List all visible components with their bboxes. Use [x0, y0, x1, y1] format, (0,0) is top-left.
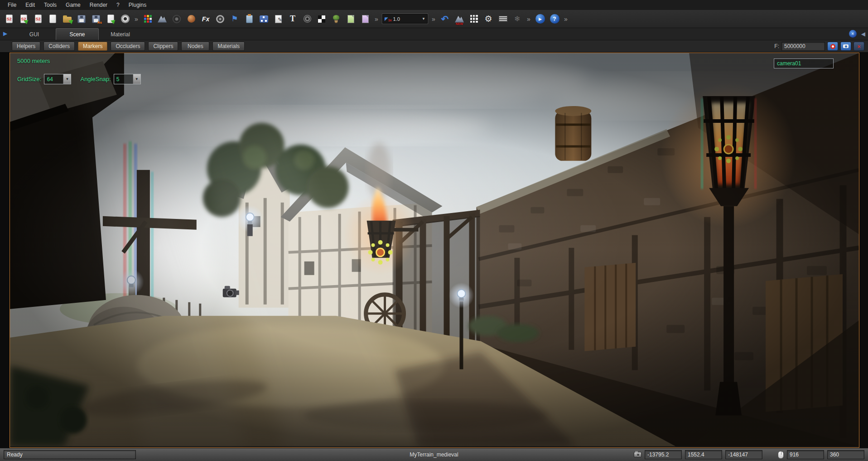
expand-arrow-icon[interactable]: ▶ — [3, 30, 7, 37]
view-range-label: 5000 meters — [17, 58, 50, 64]
menu-render[interactable]: Render — [86, 0, 111, 10]
clippers-button[interactable]: Clippers — [148, 42, 178, 51]
chevron-down-icon: ▼ — [422, 17, 425, 21]
chevron-down-icon[interactable]: ▼ — [133, 74, 140, 84]
helpers-button[interactable]: Helpers — [12, 42, 40, 51]
undo-icon[interactable]: ↶ — [439, 13, 451, 25]
cube-icon[interactable] — [141, 13, 154, 25]
toolbar-overflow-icon[interactable]: » — [526, 15, 532, 23]
terrain-new-icon[interactable]: NEW — [453, 13, 466, 25]
toolbar-overflow-icon[interactable]: » — [563, 15, 569, 23]
save-icon[interactable] — [75, 13, 88, 25]
tab-scene[interactable]: Scene — [56, 28, 99, 40]
menu-edit[interactable]: Edit — [21, 0, 39, 10]
s2-open-icon[interactable]: S2 — [17, 13, 30, 25]
new-file-icon[interactable] — [46, 13, 59, 25]
notepad-icon[interactable]: ✎ — [272, 13, 285, 25]
viewport-3d-scene[interactable]: 5000 meters GridSize: 64 ▼ AngleSnap: 5 … — [10, 53, 859, 448]
text-tool-icon[interactable]: T — [286, 13, 299, 25]
collapse-arrow-icon[interactable]: ◀ — [861, 31, 865, 37]
angle-snap-dropdown[interactable]: 5 ▼ — [114, 74, 141, 84]
fullscreen-toggle-button[interactable]: × — [854, 42, 864, 51]
memory-icon[interactable] — [497, 13, 509, 25]
camera-y-field[interactable] — [685, 450, 722, 459]
colliders-button[interactable]: Colliders — [43, 42, 75, 51]
snowflake-icon[interactable]: ❄ — [511, 13, 524, 25]
cursor-x-field[interactable] — [787, 450, 824, 459]
toolbar-overflow-icon[interactable]: » — [430, 15, 437, 23]
target-icon-button[interactable] — [827, 42, 838, 51]
menu-help[interactable]: ? — [112, 0, 124, 10]
grid-size-dropdown[interactable]: 64 ▼ — [44, 74, 71, 84]
cursor-y-field[interactable] — [827, 450, 864, 459]
f-value-input[interactable] — [781, 42, 825, 51]
network-globe-icon[interactable]: × — [849, 30, 857, 38]
menu-tools[interactable]: Tools — [40, 0, 61, 10]
toolbar-overflow-icon[interactable]: » — [373, 15, 380, 23]
viewport-margin: 5000 meters GridSize: 64 ▼ AngleSnap: 5 … — [0, 53, 868, 448]
plant-icon[interactable] — [330, 13, 342, 25]
s2-save-icon[interactable]: S2 — [32, 13, 44, 25]
camera-x-field[interactable] — [645, 450, 682, 459]
status-bar: Ready MyTerrain_medieval — [0, 448, 868, 461]
one-x-label: 1x — [388, 19, 392, 22]
clipboard-icon[interactable] — [243, 13, 256, 25]
camera-screenshot-button[interactable] — [840, 42, 851, 51]
speed-value: 1.0 — [393, 16, 421, 22]
note-purple-icon[interactable] — [359, 13, 371, 25]
menu-plugins[interactable]: Plugins — [125, 0, 150, 10]
speed-dropdown[interactable]: ◤ 1x 1.0 ▼ — [382, 14, 428, 24]
menu-file[interactable]: File — [4, 0, 20, 10]
menu-game[interactable]: Game — [62, 0, 85, 10]
mouse-icon — [778, 451, 784, 459]
toolbar-overflow-icon[interactable]: » — [133, 15, 140, 23]
tab-row: ▶ GUI Scene Material × ◀ — [0, 28, 868, 40]
tab-gui[interactable]: GUI — [13, 28, 56, 40]
f-label: F: — [774, 43, 779, 49]
materials-button[interactable]: Materials — [212, 42, 245, 51]
hierarchy-icon[interactable] — [257, 13, 270, 25]
occluders-button[interactable]: Occluders — [111, 42, 145, 51]
menu-bar: File Edit Tools Game Render ? Plugins — [0, 0, 868, 10]
tab-material[interactable]: Material — [99, 28, 142, 40]
disc-icon[interactable] — [119, 13, 131, 25]
note-green-icon[interactable] — [344, 13, 357, 25]
medieval-village-render — [10, 53, 859, 447]
gear-icon[interactable]: ⚙ — [482, 13, 495, 25]
import-file-icon[interactable] — [104, 13, 117, 25]
grid-size-label: GridSize: — [17, 76, 41, 82]
save-as-icon[interactable]: As — [90, 13, 102, 25]
terrain-icon[interactable] — [156, 13, 169, 25]
checkerboard-icon[interactable] — [315, 13, 328, 25]
play-icon[interactable]: ▶ — [534, 13, 546, 25]
speaker-icon[interactable] — [301, 13, 313, 25]
help-icon[interactable]: ? — [548, 13, 561, 25]
camera-z-field[interactable] — [725, 450, 762, 459]
main-toolbar: S2 S2 S2 As » Fx ⚑ ✎ T » ◤ 1x 1.0 ▼ » ↶ … — [0, 10, 868, 28]
tire-icon[interactable] — [170, 13, 183, 25]
grid-icon[interactable] — [468, 13, 480, 25]
active-camera-input[interactable]: camera01 — [774, 58, 834, 68]
markers-button[interactable]: Markers — [78, 42, 107, 51]
open-folder-icon[interactable] — [61, 13, 73, 25]
cursor-icon: ◤ — [385, 17, 388, 21]
chevron-down-icon[interactable]: ▼ — [63, 74, 71, 84]
flag-icon[interactable]: ⚑ — [228, 13, 241, 25]
planet-icon[interactable] — [185, 13, 198, 25]
camera-position-icon — [634, 452, 641, 457]
scene-toolbar: Helpers Colliders Markers Occluders Clip… — [0, 40, 868, 53]
s2-document-icon[interactable]: S2 — [3, 13, 15, 25]
angle-snap-label: AngleSnap: — [80, 76, 111, 82]
nodes-button[interactable]: Nodes — [181, 42, 209, 51]
reel-icon[interactable] — [214, 13, 227, 25]
fx-icon[interactable]: Fx — [199, 13, 212, 25]
